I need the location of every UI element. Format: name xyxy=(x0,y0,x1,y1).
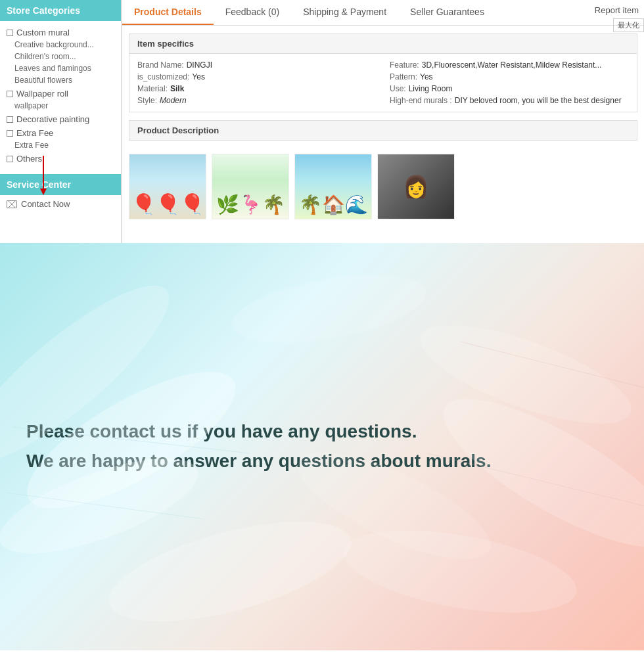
svg-point-6 xyxy=(337,516,583,628)
section-collapse-icon xyxy=(7,91,13,97)
product-images-row: 🎈🎈🎈 🌿🦩🌴 🌴🏠🌊 👩 xyxy=(122,141,644,226)
svg-point-3 xyxy=(99,501,361,642)
tabs-bar: Product Details Feedback (0) Shipping & … xyxy=(122,0,644,26)
spec-feature: Feature: 3D,Fluorescent,Water Resistant,… xyxy=(390,59,629,71)
tab-seller-guarantees[interactable]: Seller Guarantees xyxy=(398,0,496,25)
sidebar-section-decorative-painting[interactable]: Decorative painting xyxy=(0,112,121,125)
spec-brand-name: Brand Name: DINGJI xyxy=(137,59,377,71)
envelope-icon xyxy=(7,200,17,208)
feather-line-2: We are happy to answer any questions abo… xyxy=(26,447,491,476)
feather-section: Please contact us if you have any questi… xyxy=(0,243,644,650)
sidebar-sub-leaves-flamingos[interactable]: Leaves and flamingos xyxy=(0,62,121,74)
sidebar-service-center-header: Service Center xyxy=(0,174,121,195)
sidebar-section-others[interactable]: Others xyxy=(0,151,121,165)
specs-right-col: Feature: 3D,Fluorescent,Water Resistant,… xyxy=(390,59,629,106)
arrow-head xyxy=(40,189,47,195)
report-item-button[interactable]: Report item xyxy=(589,4,644,16)
sidebar: Store Categories Custom mural Creative b… xyxy=(0,0,122,243)
item-specifics-box: Item specifics Brand Name: DINGJI is_cus… xyxy=(129,34,637,112)
svg-point-7 xyxy=(226,263,430,355)
item-specifics-header: Item specifics xyxy=(129,34,637,54)
sidebar-sub-wallpaper[interactable]: wallpaper xyxy=(0,100,121,112)
product-image-2: 🌿🦩🌴 xyxy=(212,154,289,219)
sidebar-section-custom-mural[interactable]: Custom mural xyxy=(0,25,121,39)
sidebar-contact-now[interactable]: Contact Now xyxy=(0,195,121,213)
sidebar-section-extra-fee[interactable]: Extra Fee xyxy=(0,125,121,139)
main-content: Product Details Feedback (0) Shipping & … xyxy=(122,0,644,243)
sidebar-section-wallpaper-roll[interactable]: Wallpaper roll xyxy=(0,86,121,100)
spec-high-end-murals: High-end murals : DIY beloved room, you … xyxy=(390,95,629,106)
sidebar-sub-beautiful-flowers[interactable]: Beautiful flowers xyxy=(0,74,121,86)
spec-is-customized: is_customized: Yes xyxy=(137,71,377,83)
svg-line-10 xyxy=(7,493,204,519)
spec-pattern: Pattern: Yes xyxy=(390,71,629,83)
arrow-annotation: Contact Now xyxy=(0,195,121,213)
maximize-button[interactable]: 最大化 xyxy=(613,18,644,32)
arrow-line xyxy=(43,156,44,192)
sidebar-store-categories-header: Store Categories xyxy=(0,0,121,21)
specs-left-col: Brand Name: DINGJI is_customized: Yes Ma… xyxy=(137,59,377,106)
sidebar-sub-childrens-room[interactable]: Children's room... xyxy=(0,51,121,62)
sidebar-nav: Custom mural Creative background... Chil… xyxy=(0,21,121,169)
section-collapse-icon xyxy=(7,130,13,137)
spec-style: Style: Modern xyxy=(137,95,377,106)
specifics-grid: Brand Name: DINGJI is_customized: Yes Ma… xyxy=(129,54,637,112)
product-image-3: 🌴🏠🌊 xyxy=(294,154,372,219)
product-description-header: Product Description xyxy=(129,120,637,141)
sidebar-sub-creative-background[interactable]: Creative background... xyxy=(0,39,121,51)
spec-use: Use: Living Room xyxy=(390,83,629,95)
tab-feedback[interactable]: Feedback (0) xyxy=(214,0,291,25)
tab-product-details[interactable]: Product Details xyxy=(122,0,214,25)
section-collapse-icon xyxy=(7,156,13,162)
section-collapse-icon xyxy=(7,30,13,36)
product-image-4: 👩 xyxy=(377,154,455,219)
feather-section-text: Please contact us if you have any questi… xyxy=(26,417,491,476)
feather-line-1: Please contact us if you have any questi… xyxy=(26,417,491,447)
product-image-1: 🎈🎈🎈 xyxy=(129,154,206,219)
spec-material: Material: Silk xyxy=(137,83,377,95)
section-collapse-icon xyxy=(7,116,13,123)
tab-shipping-payment[interactable]: Shipping & Payment xyxy=(291,0,398,25)
sidebar-sub-extra-fee[interactable]: Extra Fee xyxy=(0,139,121,151)
svg-line-11 xyxy=(460,342,644,388)
